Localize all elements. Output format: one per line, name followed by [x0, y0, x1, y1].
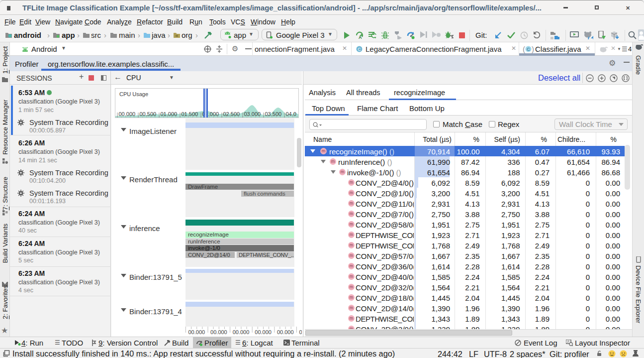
svg-text:00.000: 00.000 [277, 329, 294, 335]
svg-text:00.000: 00.000 [210, 329, 227, 335]
svg-text:00.000: 00.000 [233, 329, 250, 335]
svg-text:A: A [359, 35, 362, 39]
svg-text:01.000: 01.000 [161, 111, 178, 117]
svg-text:03.500: 03.500 [265, 111, 282, 117]
svg-text:04.0: 04.0 [286, 111, 296, 117]
svg-text:00.000: 00.000 [188, 329, 205, 335]
svg-text:C: C [358, 47, 361, 52]
svg-text:01.500: 01.500 [182, 111, 198, 117]
svg-text:03.000: 03.000 [244, 111, 261, 117]
svg-text:C: C [527, 47, 530, 52]
svg-text:00.000: 00.000 [119, 111, 136, 117]
svg-text:02.500: 02.500 [223, 111, 240, 117]
svg-text:00.500: 00.500 [140, 111, 157, 117]
svg-text:00.000: 00.000 [255, 329, 272, 335]
